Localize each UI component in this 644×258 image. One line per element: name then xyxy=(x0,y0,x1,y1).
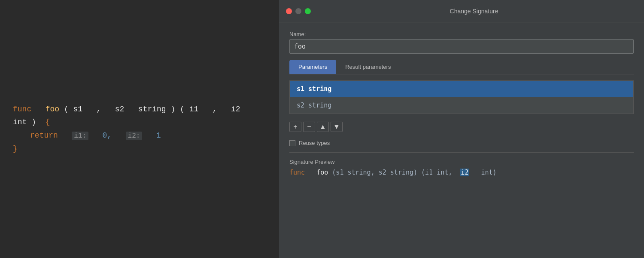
minimize-button[interactable] xyxy=(295,8,301,14)
brace-open: { xyxy=(46,118,50,126)
param-row-s2-string[interactable]: s2 string xyxy=(290,97,633,114)
add-param-button[interactable]: + xyxy=(289,122,301,132)
param-i1: i1 xyxy=(189,105,199,114)
change-signature-dialog: Change Signature Name: Parameters Result… xyxy=(279,0,644,258)
preview-func-name: foo xyxy=(316,169,328,176)
signature-preview-section: Signature Preview func foo (s1 string, s… xyxy=(289,152,634,176)
dialog-title: Change Signature xyxy=(311,8,637,15)
code-line-2: return i1: 0, i2: 1 xyxy=(13,129,266,142)
parameters-list: s1 string s2 string xyxy=(289,80,634,114)
remove-param-button[interactable]: − xyxy=(303,122,315,132)
tabs-row: Parameters Result parameters xyxy=(289,60,634,74)
keyword-return: return xyxy=(30,131,58,140)
tab-result-parameters[interactable]: Result parameters xyxy=(336,60,400,74)
preview-keyword: func xyxy=(289,169,305,176)
reuse-types-checkbox[interactable] xyxy=(289,140,295,146)
reuse-types-row: Reuse types xyxy=(289,140,634,146)
keyword-func: func xyxy=(13,105,31,114)
code-line-1: func foo ( s1 , s2 string ) ( i1 , i2 in… xyxy=(13,103,266,129)
param-row-s1-string[interactable]: s1 string xyxy=(290,81,633,97)
type-int: int xyxy=(13,118,27,126)
param-s1: s1 xyxy=(73,105,83,114)
func-name: foo xyxy=(46,105,59,114)
traffic-lights xyxy=(286,8,311,14)
maximize-button[interactable] xyxy=(305,8,311,14)
inline-label-i1: i1: xyxy=(72,132,88,140)
name-label: Name: xyxy=(289,31,634,37)
param-s2: s2 xyxy=(115,105,125,114)
preview-code: func foo (s1 string, s2 string) (i1 int,… xyxy=(289,169,634,176)
move-down-button[interactable]: ▼ xyxy=(331,122,343,132)
preview-highlight-i2: i2 xyxy=(460,169,469,176)
brace-close: } xyxy=(13,144,18,153)
name-input[interactable] xyxy=(289,39,634,54)
value-0: 0, xyxy=(103,131,112,140)
preview-title: Signature Preview xyxy=(289,159,634,165)
param-toolbar: + − ▲ ▼ xyxy=(289,120,634,134)
preview-rest: int) xyxy=(481,169,497,176)
move-up-button[interactable]: ▲ xyxy=(317,122,329,132)
close-button[interactable] xyxy=(286,8,292,14)
name-field-group: Name: xyxy=(289,31,634,54)
type-string: string xyxy=(138,105,166,114)
code-block: func foo ( s1 , s2 string ) ( i1 , i2 in… xyxy=(13,103,266,155)
title-bar: Change Signature xyxy=(279,0,644,22)
reuse-types-label: Reuse types xyxy=(299,140,330,146)
dialog-content: Name: Parameters Result parameters s1 st… xyxy=(279,22,644,258)
code-editor: func foo ( s1 , s2 string ) ( i1 , i2 in… xyxy=(0,0,279,258)
inline-label-i2: i2: xyxy=(126,132,143,140)
code-line-3: } xyxy=(13,142,266,156)
value-1: 1 xyxy=(156,131,161,140)
param-i2: i2 xyxy=(231,105,240,114)
tab-parameters[interactable]: Parameters xyxy=(289,60,336,74)
